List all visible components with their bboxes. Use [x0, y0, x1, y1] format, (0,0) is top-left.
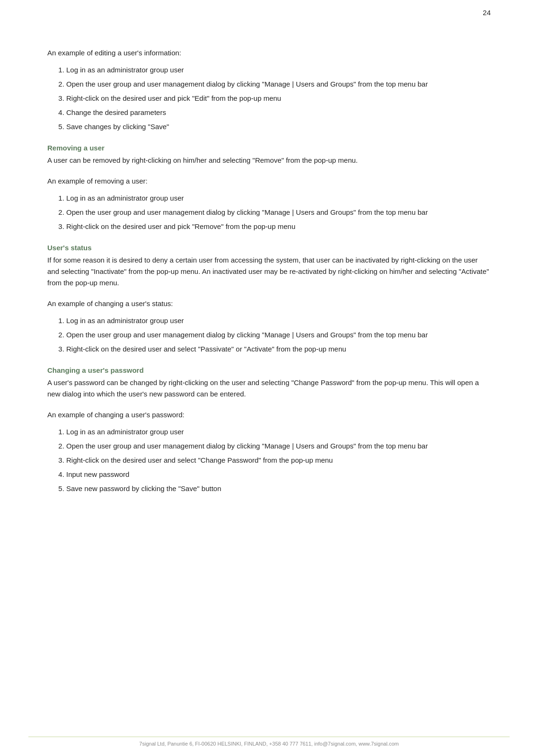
list-item: Change the desired parameters: [66, 107, 491, 118]
list-item: Right-click on the desired user and pick…: [66, 221, 491, 232]
page-number: 24: [483, 9, 491, 17]
list-item: Open the user group and user management …: [66, 79, 491, 90]
removing-desc: A user can be removed by right-clicking …: [47, 155, 491, 166]
intro-status: An example of changing a user's status:: [47, 298, 491, 309]
list-item: Log in as an administrator group user: [66, 426, 491, 438]
intro-password: An example of changing a user's password…: [47, 409, 491, 421]
password-heading: Changing a user's password: [47, 366, 491, 374]
intro-removing: An example of removing a user:: [47, 176, 491, 187]
editing-steps-list: Log in as an administrator group user Op…: [66, 64, 491, 132]
page-container: 24 An example of editing a user's inform…: [0, 0, 538, 756]
list-item: Log in as an administrator group user: [66, 315, 491, 326]
status-steps-list: Log in as an administrator group user Op…: [66, 315, 491, 355]
footer: 7signal Ltd, Panuntie 6, FI-00620 HELSIN…: [28, 737, 510, 747]
intro-editing: An example of editing a user's informati…: [47, 47, 491, 59]
password-section: Changing a user's password A user's pass…: [47, 366, 491, 400]
list-item: Save changes by clicking "Save": [66, 121, 491, 132]
list-item: Open the user group and user management …: [66, 329, 491, 341]
removing-section: Removing a user A user can be removed by…: [47, 144, 491, 166]
status-section: User's status If for some reason it is d…: [47, 244, 491, 289]
list-item: Open the user group and user management …: [66, 207, 491, 218]
password-steps-list: Log in as an administrator group user Op…: [66, 426, 491, 494]
list-item: Input new password: [66, 469, 491, 480]
status-heading: User's status: [47, 244, 491, 252]
list-item: Right-click on the desired user and pick…: [66, 93, 491, 104]
removing-heading: Removing a user: [47, 144, 491, 152]
list-item: Right-click on the desired user and sele…: [66, 455, 491, 466]
list-item: Open the user group and user management …: [66, 440, 491, 452]
content-area: An example of editing a user's informati…: [47, 47, 491, 494]
removing-steps-list: Log in as an administrator group user Op…: [66, 193, 491, 232]
password-desc: A user's password can be changed by righ…: [47, 377, 491, 400]
list-item: Log in as an administrator group user: [66, 64, 491, 76]
status-desc: If for some reason it is desired to deny…: [47, 255, 491, 289]
list-item: Save new password by clicking the "Save"…: [66, 483, 491, 494]
list-item: Log in as an administrator group user: [66, 193, 491, 204]
list-item: Right-click on the desired user and sele…: [66, 343, 491, 355]
